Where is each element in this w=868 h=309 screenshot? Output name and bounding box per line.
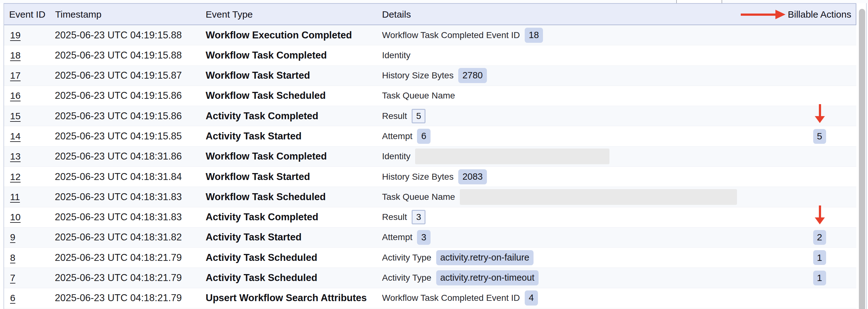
redacted-value-block bbox=[415, 148, 610, 164]
detail-value-badge: activity.retry-on-timeout bbox=[436, 270, 538, 285]
table-row[interactable]: 19 2025-06-23 UTC 04:19:15.88 Workflow E… bbox=[4, 25, 856, 45]
table-row[interactable]: 10 2025-06-23 UTC 04:18:31.83 Activity T… bbox=[4, 207, 856, 228]
detail-result-badge: 5 bbox=[412, 109, 426, 123]
redacted-value-block bbox=[460, 189, 737, 205]
event-id-link[interactable]: 17 bbox=[10, 70, 21, 81]
event-id-link[interactable]: 12 bbox=[10, 171, 21, 182]
detail-label: Identity bbox=[382, 50, 410, 60]
event-type-text: Workflow Task Started bbox=[206, 70, 310, 81]
table-row[interactable]: 11 2025-06-23 UTC 04:18:31.83 Workflow T… bbox=[4, 187, 856, 207]
table-row[interactable]: 17 2025-06-23 UTC 04:19:15.87 Workflow T… bbox=[4, 66, 856, 86]
table-row[interactable]: 12 2025-06-23 UTC 04:18:31.84 Workflow T… bbox=[4, 167, 856, 187]
event-id-link[interactable]: 8 bbox=[10, 252, 16, 263]
detail-value-badge: 6 bbox=[417, 129, 430, 144]
event-id-link[interactable]: 16 bbox=[10, 90, 21, 101]
timestamp-text: 2025-06-23 UTC 04:18:21.79 bbox=[55, 292, 182, 304]
event-id-link[interactable]: 10 bbox=[10, 212, 21, 222]
timestamp-text: 2025-06-23 UTC 04:19:15.87 bbox=[55, 70, 182, 81]
timestamp-text: 2025-06-23 UTC 04:18:21.79 bbox=[55, 252, 182, 263]
table-row[interactable]: 13 2025-06-23 UTC 04:18:31.86 Workflow T… bbox=[4, 147, 856, 167]
detail-value-badge: 4 bbox=[525, 290, 538, 306]
billable-actions-badge: 1 bbox=[813, 271, 826, 285]
event-id-link[interactable]: 14 bbox=[10, 131, 21, 142]
table-row[interactable]: 14 2025-06-23 UTC 04:19:15.85 Activity T… bbox=[4, 126, 856, 146]
event-type-text: Workflow Execution Completed bbox=[206, 30, 352, 41]
event-id-link[interactable]: 6 bbox=[10, 293, 16, 303]
event-id-link[interactable]: 7 bbox=[10, 273, 16, 283]
arrow-right-icon bbox=[741, 10, 787, 19]
table-row[interactable]: 9 2025-06-23 UTC 04:18:31.82 Activity Ta… bbox=[4, 228, 856, 248]
detail-label: History Size Bytes bbox=[382, 70, 454, 80]
timestamp-text: 2025-06-23 UTC 04:19:15.85 bbox=[55, 131, 182, 142]
table-row[interactable]: 18 2025-06-23 UTC 04:19:15.88 Workflow T… bbox=[4, 45, 856, 65]
column-header-event-type: Event Type bbox=[206, 4, 253, 25]
event-id-link[interactable]: 11 bbox=[10, 192, 20, 202]
timestamp-text: 2025-06-23 UTC 04:18:31.86 bbox=[55, 151, 182, 162]
scrollbar-track bbox=[857, 3, 866, 309]
detail-value-badge: 18 bbox=[525, 28, 543, 43]
detail-value-badge: 2780 bbox=[458, 68, 487, 83]
top-cropped-toolbar bbox=[0, 0, 868, 3]
event-type-text: Workflow Task Completed bbox=[206, 151, 327, 162]
table-header-row: Event ID Timestamp Event Type Details Bi… bbox=[4, 4, 856, 25]
event-id-link[interactable]: 18 bbox=[10, 50, 21, 61]
event-history-table: Event ID Timestamp Event Type Details Bi… bbox=[3, 3, 856, 309]
timestamp-text: 2025-06-23 UTC 04:18:31.83 bbox=[55, 211, 182, 223]
table-row[interactable]: 15 2025-06-23 UTC 04:19:15.86 Activity T… bbox=[4, 106, 856, 126]
page-right-border bbox=[866, 3, 867, 309]
timestamp-text: 2025-06-23 UTC 04:18:31.83 bbox=[55, 191, 182, 203]
event-type-text: Activity Task Started bbox=[206, 131, 301, 142]
event-type-text: Activity Task Completed bbox=[206, 211, 318, 223]
table-row[interactable]: 8 2025-06-23 UTC 04:18:21.79 Activity Ta… bbox=[4, 248, 856, 268]
detail-label: Activity Type bbox=[382, 253, 432, 263]
detail-label: Result bbox=[382, 111, 407, 121]
event-id-link[interactable]: 13 bbox=[10, 151, 21, 162]
timestamp-text: 2025-06-23 UTC 04:19:15.88 bbox=[55, 50, 182, 61]
timestamp-text: 2025-06-23 UTC 04:18:31.84 bbox=[55, 171, 182, 182]
detail-result-badge: 3 bbox=[412, 210, 426, 225]
table-row[interactable]: 16 2025-06-23 UTC 04:19:15.86 Workflow T… bbox=[4, 86, 856, 106]
detail-label: Attempt bbox=[382, 232, 412, 242]
event-id-link[interactable]: 15 bbox=[10, 111, 21, 122]
detail-label: Attempt bbox=[382, 131, 412, 141]
column-header-timestamp: Timestamp bbox=[55, 4, 101, 25]
cropped-toolbar-segment bbox=[676, 0, 722, 3]
column-header-billable-actions: Billable Actions bbox=[788, 4, 851, 25]
event-type-text: Workflow Task Completed bbox=[206, 50, 327, 61]
detail-label: Result bbox=[382, 212, 407, 222]
event-type-text: Workflow Task Scheduled bbox=[206, 191, 326, 203]
billable-actions-badge: 1 bbox=[813, 250, 826, 265]
table-row[interactable]: 7 2025-06-23 UTC 04:18:21.79 Activity Ta… bbox=[4, 268, 856, 288]
event-type-text: Activity Task Scheduled bbox=[206, 252, 317, 263]
timestamp-text: 2025-06-23 UTC 04:18:21.79 bbox=[55, 272, 182, 283]
detail-label: Activity Type bbox=[382, 273, 432, 283]
column-header-event-id: Event ID bbox=[9, 4, 45, 25]
event-id-link[interactable]: 19 bbox=[10, 30, 21, 41]
detail-label: Workflow Task Completed Event ID bbox=[382, 30, 520, 40]
table-body: 19 2025-06-23 UTC 04:19:15.88 Workflow E… bbox=[4, 25, 856, 308]
timestamp-text: 2025-06-23 UTC 04:18:31.82 bbox=[55, 232, 182, 243]
event-type-text: Activity Task Scheduled bbox=[206, 272, 317, 283]
table-row[interactable]: 6 2025-06-23 UTC 04:18:21.79 Upsert Work… bbox=[4, 288, 856, 308]
column-header-details: Details bbox=[382, 4, 411, 25]
event-type-text: Upsert Workflow Search Attributes bbox=[206, 292, 367, 304]
event-type-text: Workflow Task Started bbox=[206, 171, 310, 182]
timestamp-text: 2025-06-23 UTC 04:19:15.86 bbox=[55, 110, 182, 122]
event-type-text: Activity Task Started bbox=[206, 232, 301, 243]
timestamp-text: 2025-06-23 UTC 04:19:15.88 bbox=[55, 30, 182, 41]
detail-label: Identity bbox=[382, 151, 410, 162]
detail-label: Task Queue Name bbox=[382, 91, 455, 101]
event-type-text: Workflow Task Scheduled bbox=[206, 90, 326, 101]
event-type-text: Activity Task Completed bbox=[206, 110, 318, 122]
timestamp-text: 2025-06-23 UTC 04:19:15.86 bbox=[55, 90, 182, 101]
detail-label: History Size Bytes bbox=[382, 172, 454, 182]
detail-label: Workflow Task Completed Event ID bbox=[382, 293, 520, 303]
billable-actions-badge: 2 bbox=[813, 230, 826, 245]
billable-actions-badge: 5 bbox=[813, 129, 826, 144]
scrollbar-thumb[interactable] bbox=[859, 9, 865, 309]
detail-value-badge: 3 bbox=[417, 230, 430, 245]
detail-label: Task Queue Name bbox=[382, 192, 455, 202]
detail-value-badge: 2083 bbox=[458, 169, 487, 184]
event-id-link[interactable]: 9 bbox=[10, 232, 16, 243]
detail-value-badge: activity.retry-on-failure bbox=[436, 250, 533, 265]
